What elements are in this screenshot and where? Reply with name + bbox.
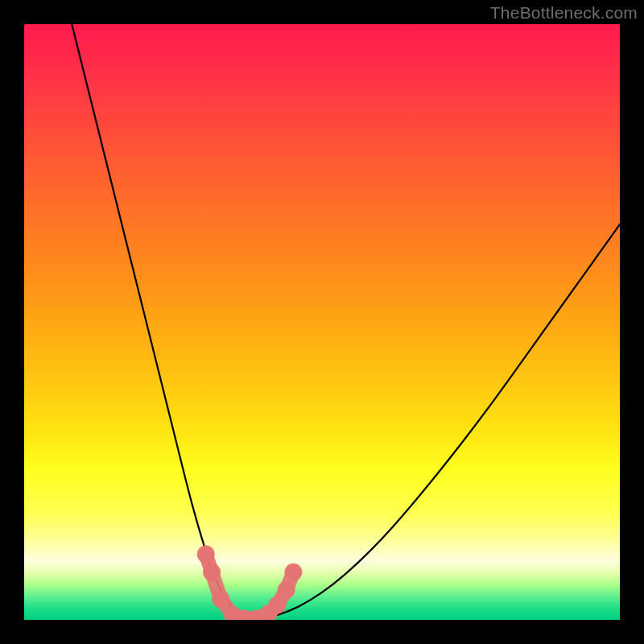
bottleneck-curve bbox=[72, 24, 620, 619]
curve-layer bbox=[24, 24, 620, 620]
svg-point-9 bbox=[284, 564, 302, 581]
watermark-text: TheBottleneck.com bbox=[490, 3, 638, 23]
plot-area bbox=[24, 24, 620, 620]
threshold-markers bbox=[197, 546, 303, 620]
svg-point-7 bbox=[269, 597, 287, 614]
svg-point-2 bbox=[212, 590, 229, 608]
svg-point-8 bbox=[278, 581, 295, 599]
svg-point-1 bbox=[203, 564, 221, 581]
svg-point-0 bbox=[197, 546, 215, 564]
chart-frame: TheBottleneck.com bbox=[0, 0, 644, 644]
